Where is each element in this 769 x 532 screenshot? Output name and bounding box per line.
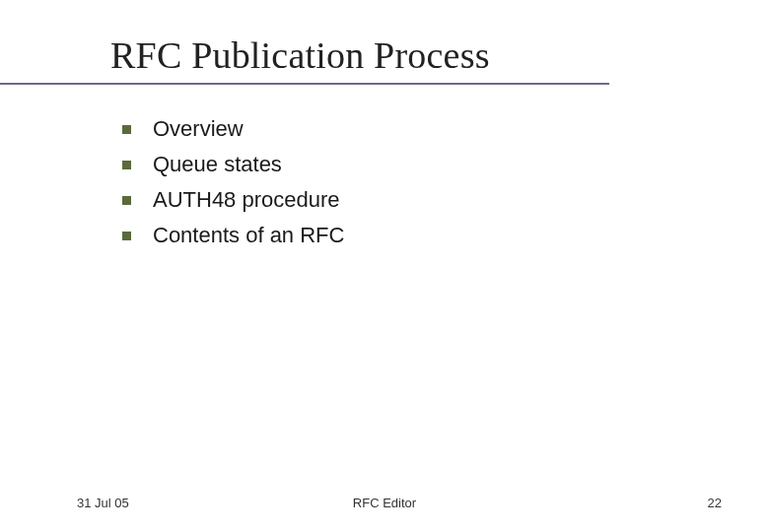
square-bullet-icon (122, 161, 131, 169)
footer-page-number: 22 (708, 496, 722, 510)
bullet-label: Overview (153, 116, 244, 142)
bullet-label: Queue states (153, 152, 282, 177)
bullet-label: Contents of an RFC (153, 223, 344, 248)
square-bullet-icon (122, 196, 131, 205)
square-bullet-icon (122, 232, 131, 240)
footer-center: RFC Editor (0, 496, 769, 510)
slide: RFC Publication Process Overview Queue s… (0, 0, 769, 532)
list-item: Overview (122, 116, 344, 142)
title-underline (0, 83, 609, 85)
slide-title: RFC Publication Process (110, 33, 490, 77)
square-bullet-icon (122, 125, 131, 134)
bullet-label: AUTH48 procedure (153, 187, 340, 213)
list-item: Queue states (122, 152, 344, 177)
bullet-list: Overview Queue states AUTH48 procedure C… (122, 116, 344, 258)
list-item: AUTH48 procedure (122, 187, 344, 213)
list-item: Contents of an RFC (122, 223, 344, 248)
